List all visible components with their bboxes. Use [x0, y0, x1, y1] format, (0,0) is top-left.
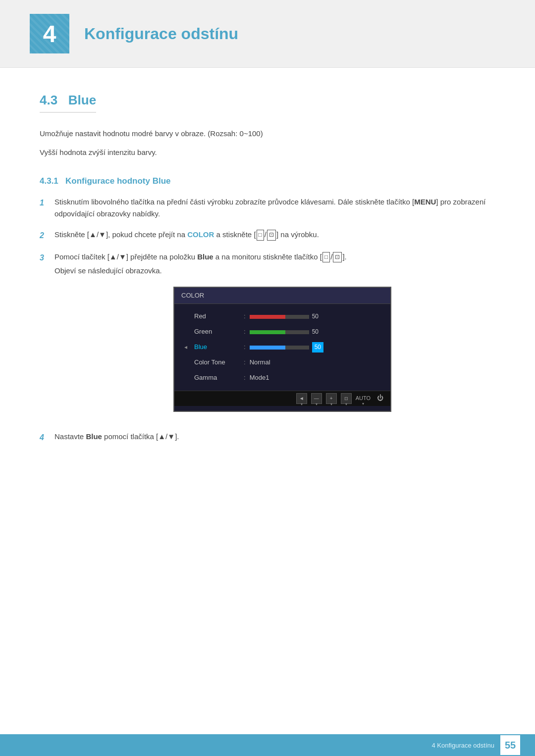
bar-value-green: 50 [312, 327, 319, 337]
bar-bg-red [250, 315, 309, 319]
arrow-indicator: ◂ [184, 343, 187, 352]
step-2: 2 Stiskněte [▲/▼], pokud chcete přejít n… [40, 229, 495, 242]
page-footer: 4 Konfigurace odstínu 55 [0, 734, 535, 756]
section-title: Blue [68, 93, 96, 107]
ctrl-btn-left: ◄ [296, 393, 307, 404]
step-1-number: 1 [40, 197, 54, 209]
subsection-title: Konfigurace hodnoty Blue [65, 176, 171, 186]
bar-bg-green [250, 330, 309, 334]
row-label-gamma: Gamma [194, 373, 244, 383]
step-1-text: Stisknutím libovolného tlačítka na předn… [54, 196, 495, 220]
menu-row-color-tone: Color Tone : Normal [174, 355, 390, 370]
subsection-number: 4.3.1 [40, 176, 58, 186]
text-value-color-tone: Normal [250, 357, 270, 368]
row-label-blue: Blue [194, 342, 244, 353]
footer-text: 4 Konfigurace odstínu [432, 742, 494, 749]
step-4-text: Nastavte Blue pomocí tlačítka [▲/▼]. [54, 431, 495, 443]
step-4: 4 Nastavte Blue pomocí tlačítka [▲/▼]. [40, 431, 495, 444]
menu-title: COLOR [181, 292, 204, 299]
text-value-gamma: Mode1 [250, 373, 269, 383]
step-3: 3 Pomocí tlačítek [▲/▼] přejděte na polo… [40, 251, 495, 422]
step-1: 1 Stisknutím libovolného tlačítka na pře… [40, 196, 495, 220]
monitor-controls: ◄ — + ⊡ AUTO▾ ⏻ [174, 391, 390, 406]
ctrl-auto-label: AUTO▾ [356, 394, 371, 403]
step-2-text: Stiskněte [▲/▼], pokud chcete přejít na … [54, 229, 495, 241]
page-header: 4 Konfigurace odstínu [0, 0, 535, 68]
step-2-number: 2 [40, 229, 54, 242]
bar-container-green: 50 [250, 327, 383, 337]
monitor-container: COLOR Red : [69, 287, 495, 412]
menu-bar: COLOR [174, 288, 390, 304]
bar-value-blue-highlight: 50 [312, 342, 323, 353]
subsection-heading: 4.3.1 Konfigurace hodnoty Blue [40, 176, 495, 186]
monitor-screen: COLOR Red : [173, 287, 391, 412]
bar-value-red: 50 [312, 312, 319, 321]
description-2: Vyšší hodnota zvýší intenzitu barvy. [40, 147, 495, 158]
chapter-title: Konfigurace odstínu [84, 25, 238, 43]
row-label-green: Green [194, 327, 244, 337]
bar-fill-blue [250, 346, 285, 350]
bar-container-red: 50 [250, 312, 383, 321]
ctrl-btn-plus: + [326, 393, 337, 404]
ctrl-power-btn: ⏻ [374, 393, 385, 404]
section-number: 4.3 [40, 93, 57, 107]
step-3-text: Pomocí tlačítek [▲/▼] přejděte na položk… [54, 251, 495, 422]
row-label-color-tone: Color Tone [194, 357, 244, 368]
chapter-number: 4 [43, 20, 56, 48]
main-content: 4.3 Blue Umožňuje nastavit hodnotu modré… [0, 68, 535, 482]
row-label-red: Red [194, 311, 244, 322]
menu-content: Red : 50 Gr [174, 304, 390, 390]
bar-bg-blue [250, 346, 309, 350]
menu-row-blue: ◂ Blue : 50 [174, 340, 390, 355]
menu-row-green: Green : 50 [174, 324, 390, 340]
menu-row-gamma: Gamma : Mode1 [174, 370, 390, 386]
bar-fill-green [250, 330, 285, 334]
steps-list: 1 Stisknutím libovolného tlačítka na pře… [40, 196, 495, 444]
bar-container-blue: 50 [250, 342, 383, 353]
bar-fill-red [250, 315, 285, 319]
step-3-number: 3 [40, 252, 54, 264]
menu-row-red: Red : 50 [174, 309, 390, 324]
footer-page-number: 55 [500, 735, 520, 755]
chapter-badge: 4 [30, 14, 69, 53]
step-4-number: 4 [40, 431, 54, 444]
section-heading: 4.3 Blue [40, 93, 96, 113]
ctrl-btn-minus: — [311, 393, 322, 404]
ctrl-btn-enter: ⊡ [341, 393, 352, 404]
description-1: Umožňuje nastavit hodnotu modré barvy v … [40, 128, 495, 140]
